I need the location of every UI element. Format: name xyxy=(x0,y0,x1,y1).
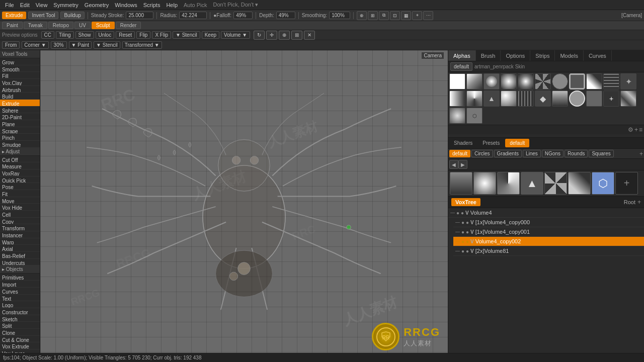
tool-2d-paint[interactable]: 2D-Paint xyxy=(0,113,40,120)
toolbar-icon-5[interactable]: ▦ xyxy=(401,11,411,20)
voxtree-item-copy002[interactable]: — ● ● V Volume4_copy002 xyxy=(453,237,644,246)
tool-curves[interactable]: Curves xyxy=(0,288,40,295)
stencil-prev-btn[interactable]: ◀ xyxy=(449,160,458,169)
tool-transform[interactable]: Transform xyxy=(0,224,40,231)
stencil-rounds-btn[interactable]: Rounds xyxy=(565,150,588,157)
tb2-show-btn[interactable]: Show xyxy=(75,31,94,39)
toolbar-icon-1[interactable]: ⊕ xyxy=(357,11,367,20)
smoothing-input[interactable] xyxy=(329,12,350,19)
stencil-swatch-3[interactable] xyxy=(497,172,520,195)
stencil-presets2-btn[interactable]: Presets xyxy=(478,139,504,147)
menu-windows[interactable]: Windows xyxy=(112,2,140,8)
tool-vox-clay[interactable]: Vox.Clay xyxy=(0,79,40,86)
vp-extra-icon[interactable]: ⊞ xyxy=(291,31,302,40)
depth-input[interactable] xyxy=(276,12,295,19)
tb2-keep-btn[interactable]: Keep xyxy=(202,31,219,39)
tool-pinch[interactable]: Pinch xyxy=(0,134,40,141)
tool-pose[interactable]: Pose xyxy=(0,183,40,190)
voxtree-item-volume4[interactable]: — ● ● V Volume4 xyxy=(448,208,644,218)
viewport[interactable]: RRC 人人素材 RRCG 人人素材 RRC RRCG 人人素材 xyxy=(40,50,448,362)
alpha-swatch-24[interactable]: ⬡ xyxy=(466,108,482,124)
tab-curves[interactable]: Curves xyxy=(584,50,612,61)
tool-axial[interactable]: Axial xyxy=(0,245,40,252)
menu-file[interactable]: File xyxy=(2,2,17,8)
tab-strips[interactable]: Strips xyxy=(530,50,555,61)
toolbar-icon-7[interactable]: ⋯ xyxy=(423,11,433,20)
tb2-tiling-btn[interactable]: Tiling xyxy=(56,31,74,39)
tool-quick-pick[interactable]: Quick Pick xyxy=(0,176,40,184)
tool-measure[interactable]: Measure xyxy=(0,162,40,169)
stencil-paint-dropdown[interactable]: ▼ Paint xyxy=(69,41,92,49)
mode-sculpt-btn[interactable]: Sculpt xyxy=(92,22,115,29)
alpha-swatch-21[interactable]: + xyxy=(603,90,619,107)
tool-plane[interactable]: Plane xyxy=(0,120,40,127)
mode-paint-btn[interactable]: Paint xyxy=(2,22,23,29)
tool-split[interactable]: Split xyxy=(0,322,40,329)
tool-vox-extrude[interactable]: Vox Extrude xyxy=(0,342,40,349)
stencil-squares-btn[interactable]: Squares xyxy=(589,150,613,157)
alpha-swatch-5[interactable] xyxy=(518,73,534,89)
alpha-swatch-16[interactable] xyxy=(518,90,534,107)
tool-clone[interactable]: Clone xyxy=(0,329,40,336)
stencil-gradients-btn[interactable]: Gradients xyxy=(494,150,522,157)
stencil-stencil-dropdown[interactable]: ▼ Stencil xyxy=(94,41,120,49)
stencil-presets-btn[interactable]: Shaders xyxy=(449,139,477,147)
stencil-lines-btn[interactable]: Lines xyxy=(523,150,541,157)
stencil-circles-btn[interactable]: Circles xyxy=(471,150,493,157)
stencil-swatch-6[interactable] xyxy=(568,172,591,195)
stencil-corner-dropdown[interactable]: Corner ▼ xyxy=(22,41,48,49)
alpha-swatch-17[interactable]: ◆ xyxy=(535,90,551,107)
alpha-setting-btn-3[interactable]: ≡ xyxy=(639,126,642,133)
mode-tweak-btn[interactable]: Tweak xyxy=(24,22,47,29)
stencil-swatch-4[interactable]: ▲ xyxy=(521,172,543,195)
tool-text[interactable]: Text xyxy=(0,295,40,302)
falloff-input[interactable] xyxy=(233,12,253,19)
stencil-swatch-1[interactable] xyxy=(450,172,472,195)
tool-cut-clone[interactable]: Cut & Clone xyxy=(0,336,40,343)
tb2-cc-btn[interactable]: CC xyxy=(41,31,54,39)
tb2-reset-btn[interactable]: Reset xyxy=(116,31,135,39)
menu-geometry[interactable]: Geometry xyxy=(82,2,112,8)
mode-uv-btn[interactable]: UV xyxy=(74,22,91,29)
alpha-swatch-9[interactable] xyxy=(586,73,602,89)
alpha-swatch-12[interactable] xyxy=(449,90,465,107)
tool-import[interactable]: Import xyxy=(0,281,40,288)
steady-stroke-input[interactable] xyxy=(126,12,153,19)
alpha-swatch-13[interactable] xyxy=(466,90,482,107)
alpha-setting-btn-1[interactable]: ⚙ xyxy=(628,126,633,133)
tab-brush[interactable]: Brush xyxy=(476,50,501,61)
tb2-volume-btn[interactable]: Volume ▼ xyxy=(221,31,250,39)
tab-alphas[interactable]: Alphas xyxy=(448,50,476,61)
stencil-swatch-5[interactable] xyxy=(544,172,567,195)
alpha-swatch-3[interactable] xyxy=(484,73,500,89)
tool-undercuts[interactable]: Undercuts xyxy=(0,259,40,266)
tab-options[interactable]: Options xyxy=(501,50,530,61)
tool-grow[interactable]: Grow xyxy=(0,58,40,65)
alpha-swatch-19[interactable] xyxy=(569,90,585,107)
toolbar-icon-3[interactable]: ⧉ xyxy=(379,11,389,20)
alpha-swatch-23[interactable] xyxy=(449,108,465,124)
stencil-pct-btn[interactable]: 30% xyxy=(51,41,67,49)
tool-smooth[interactable]: Smooth xyxy=(0,65,40,72)
preset-default-btn[interactable]: default xyxy=(450,62,472,71)
alpha-swatch-11[interactable]: ✦ xyxy=(620,73,636,89)
vp-close-icon[interactable]: ✕ xyxy=(304,31,315,40)
tb2-stencil-btn[interactable]: ▼ Stencil xyxy=(173,31,200,39)
alpha-swatch-15[interactable] xyxy=(501,90,517,107)
menu-view[interactable]: View xyxy=(33,2,51,8)
alpha-swatch-8[interactable] xyxy=(569,73,585,89)
vp-rotate-icon[interactable]: ↻ xyxy=(254,31,265,40)
alpha-swatch-22[interactable] xyxy=(620,90,636,107)
tool-cut-off[interactable]: Cut Off xyxy=(0,156,40,163)
extrude-tool-btn[interactable]: Extrude xyxy=(2,12,26,19)
menu-edit[interactable]: Edit xyxy=(17,2,33,8)
vp-scale-icon[interactable]: ⊕ xyxy=(279,31,290,40)
stencil-ngons-btn[interactable]: NGons xyxy=(542,150,564,157)
alpha-swatch-4[interactable] xyxy=(501,73,517,89)
tool-copy[interactable]: Copy xyxy=(0,218,40,225)
tool-warp[interactable]: Warp xyxy=(0,238,40,245)
tool-fill[interactable]: Fill xyxy=(0,72,40,79)
alpha-swatch-7[interactable] xyxy=(552,73,568,89)
tool-primitives[interactable]: Primitives xyxy=(0,274,40,281)
mode-render-btn[interactable]: Render xyxy=(116,22,141,29)
